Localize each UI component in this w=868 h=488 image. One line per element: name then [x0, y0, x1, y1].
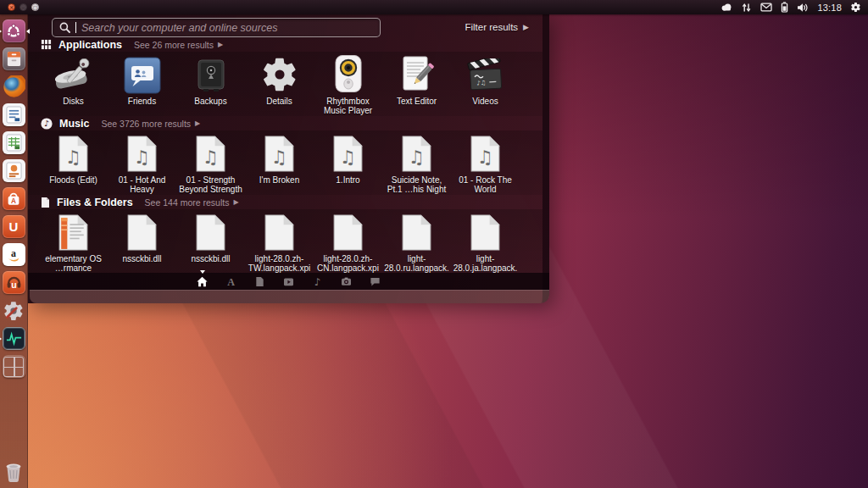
see-more-results-link[interactable]: See 3726 more results▶: [101, 119, 200, 129]
music-lens[interactable]: ♪: [312, 275, 324, 287]
result-item[interactable]: nssckbi.dll: [176, 209, 245, 274]
mail-icon[interactable]: [760, 3, 772, 12]
result-item[interactable]: Friends: [108, 52, 176, 116]
result-item[interactable]: ♫Suicide Note, Pt.1 …his Night Remix Edi…: [382, 130, 451, 195]
result-label: Backups: [177, 97, 244, 106]
section-music: ♪MusicSee 3726 more results▶♫Floods (Edi…: [28, 116, 542, 195]
section-header: ♪MusicSee 3726 more results▶: [28, 116, 542, 130]
text-cursor: [75, 22, 76, 33]
launcher-item-firefox[interactable]: [2, 75, 26, 99]
search-bar[interactable]: [52, 18, 381, 37]
files-lens[interactable]: [254, 275, 266, 287]
result-label: 01 - Hot And Heavy: [108, 175, 175, 194]
result-item[interactable]: Disks: [39, 52, 108, 116]
disks-icon: [53, 52, 94, 94]
running-pip: [0, 29, 2, 34]
sync-arrows-icon[interactable]: [741, 3, 752, 13]
launcher-item-ubuntu-software-center[interactable]: A: [2, 186, 26, 211]
close-button[interactable]: ✕: [8, 3, 15, 11]
active-lens-caret: [200, 270, 205, 274]
section-applications: ApplicationsSee 26 more results▶DisksFri…: [28, 37, 542, 116]
maximize-button[interactable]: ▢: [31, 3, 39, 11]
launcher-item-ubuntu-dash[interactable]: [2, 19, 26, 43]
result-label: Text Editor: [383, 97, 450, 106]
result-label: Videos: [452, 97, 519, 106]
result-item[interactable]: light-28.0.ja.langpack.xpi: [451, 209, 520, 274]
applications-lens[interactable]: A: [225, 275, 237, 287]
result-label: I'm Broken: [246, 175, 313, 185]
svg-text:♫: ♫: [65, 147, 81, 168]
launcher-item-amazon[interactable]: a: [2, 242, 26, 267]
launcher-item-libreoffice-calc[interactable]: [2, 130, 26, 155]
photos-lens[interactable]: [341, 275, 353, 287]
launcher-item-workspace-switcher[interactable]: [2, 354, 26, 379]
text-editor-icon: [399, 52, 435, 94]
document-file-icon: [126, 209, 158, 252]
result-label: Suicide Note, Pt.1 …his Night Remix Edit…: [383, 175, 450, 194]
result-item[interactable]: ♫01 - Rock The World: [451, 130, 520, 195]
result-item[interactable]: light-28.0.ru.langpack.xpi: [382, 209, 451, 274]
launcher-item-system-settings[interactable]: [2, 298, 26, 323]
see-more-results-link[interactable]: See 144 more results▶: [145, 197, 239, 208]
result-item[interactable]: Text Editor: [382, 52, 451, 116]
result-item[interactable]: ♪♫Videos: [451, 52, 520, 116]
section-title: Music: [59, 118, 89, 130]
result-item[interactable]: ♫01 - Strength Beyond Strength: [176, 130, 245, 195]
window-controls: ✕ – ▢: [8, 3, 39, 11]
svg-text:u: u: [11, 280, 16, 290]
result-label: nssckbi.dll: [177, 254, 244, 263]
result-item[interactable]: Details: [245, 52, 314, 116]
music-file-icon: ♫: [58, 130, 89, 173]
search-input[interactable]: [81, 22, 373, 34]
result-item[interactable]: light-28.0.zh-TW.langpack.xpi: [245, 209, 314, 274]
unity-launcher: AUau: [0, 14, 28, 488]
result-item[interactable]: ♫Floods (Edit): [39, 130, 108, 195]
result-item[interactable]: elementary OS …rmance Optimization: [39, 209, 108, 274]
home-lens-active[interactable]: [197, 275, 209, 287]
chevron-right-icon: ▶: [218, 41, 223, 48]
launcher-item-libreoffice-writer[interactable]: [2, 103, 26, 127]
result-item[interactable]: ♫01 - Hot And Heavy: [108, 130, 176, 195]
rhythmbox-icon: [334, 52, 363, 94]
launcher-item-libreoffice-impress[interactable]: [2, 158, 26, 183]
unity-dash: Filter results ▶ ApplicationsSee 26 more…: [28, 14, 549, 303]
filter-results-button[interactable]: Filter results ▶: [465, 22, 529, 32]
svg-text:♫: ♫: [134, 147, 150, 168]
music-file-icon: ♫: [401, 130, 432, 173]
clock[interactable]: 13:18: [817, 3, 842, 13]
see-more-results-link[interactable]: See 26 more results▶: [134, 40, 223, 50]
social-lens[interactable]: [370, 275, 381, 287]
result-item[interactable]: ♫1.Intro: [314, 130, 382, 195]
section-results-row: ♫Floods (Edit)♫01 - Hot And Heavy♫01 - S…: [28, 130, 542, 195]
svg-text:A: A: [11, 197, 16, 204]
result-item[interactable]: Rhythmbox Music Player: [314, 52, 382, 116]
document-file-icon: [401, 209, 432, 252]
minimize-button[interactable]: –: [19, 3, 27, 11]
svg-text:♪: ♪: [314, 276, 321, 287]
top-panel: ✕ – ▢ 13:18: [0, 0, 868, 14]
launcher-item-ubuntu-one-music[interactable]: u: [2, 270, 26, 295]
battery-icon[interactable]: [781, 2, 788, 13]
video-lens[interactable]: [283, 275, 295, 287]
music-file-icon: ♫: [470, 130, 501, 173]
launcher-item-ubuntu-one[interactable]: U: [2, 214, 26, 239]
session-gear-icon[interactable]: [850, 2, 861, 13]
document-file-icon: [332, 209, 364, 252]
svg-text:♫: ♫: [340, 147, 356, 168]
launcher-item-trash[interactable]: [2, 460, 26, 485]
result-item[interactable]: light-28.0.zh-CN.langpack.xpi: [314, 209, 382, 274]
videos-icon: ♪♫: [467, 52, 504, 94]
running-pip: [0, 336, 2, 341]
section-title: Applications: [58, 39, 122, 51]
document-file-icon: [195, 209, 226, 252]
document-file-icon: [470, 209, 501, 252]
result-item[interactable]: Backups: [176, 52, 245, 116]
launcher-item-system-monitor[interactable]: [2, 326, 26, 351]
launcher-item-files[interactable]: [2, 47, 26, 71]
applications-grid-icon: [41, 39, 52, 50]
volume-icon[interactable]: [797, 3, 809, 13]
result-item[interactable]: ♫I'm Broken: [245, 130, 314, 195]
music-file-icon: ♫: [126, 130, 158, 173]
cloud-icon[interactable]: [721, 3, 732, 12]
result-item[interactable]: nssckbi.dll: [108, 209, 176, 274]
